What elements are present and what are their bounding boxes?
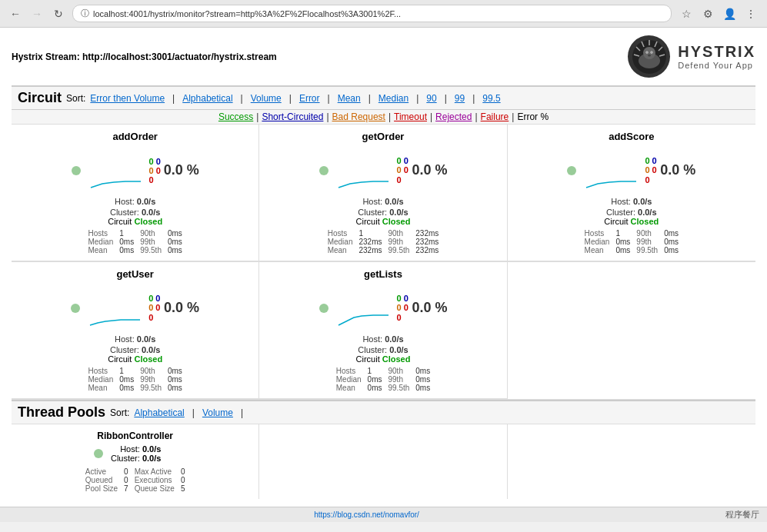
get-order-counts-and-pct: 0 0 0 0 0 0 0.0 % bbox=[397, 156, 448, 185]
thread-empty-1 bbox=[259, 424, 507, 499]
thread-sort-volume[interactable]: Volume bbox=[202, 407, 233, 418]
sort-mean[interactable]: Mean bbox=[338, 93, 361, 104]
url-bar[interactable]: ⓘ localhost:4001/hystrix/monitor?stream=… bbox=[72, 5, 672, 22]
add-order-counts-and-pct: 0 0 0 0 0 0 0.0 % bbox=[149, 157, 199, 185]
svg-rect-16 bbox=[335, 145, 392, 195]
thread-ribbon-component: RibbonController Host: 0.0/s Cluster: 0.… bbox=[18, 431, 252, 493]
sort-error[interactable]: Error bbox=[299, 93, 320, 104]
status-timeout[interactable]: Timeout bbox=[394, 111, 427, 122]
status-short-circuited[interactable]: Short-Circuited bbox=[262, 111, 323, 122]
svg-point-14 bbox=[648, 54, 651, 56]
lock-icon: ⓘ bbox=[81, 8, 89, 19]
sort-99[interactable]: 99 bbox=[455, 93, 465, 104]
add-score-cluster-rate: Cluster: 0.0/s bbox=[606, 208, 656, 217]
status-success[interactable]: Success bbox=[218, 111, 253, 122]
watermark: 程序餐厅 bbox=[725, 509, 759, 520]
circuit-get-lists: getLists 0 bbox=[259, 262, 507, 399]
add-order-chart-container bbox=[87, 145, 145, 195]
get-order-cluster-rate: Cluster: 0.0/s bbox=[358, 208, 408, 217]
circuit-add-order-top: 0 0 0 0 0 0 0.0 % bbox=[18, 145, 252, 195]
add-order-chart bbox=[87, 145, 145, 195]
circuit-add-order-component: addOrder 0 bbox=[18, 131, 252, 254]
thread-ribbon-controller: RibbonController Host: 0.0/s Cluster: 0.… bbox=[12, 424, 259, 499]
circuit-section-header: Circuit Sort: Error then Volume | Alphab… bbox=[12, 85, 755, 110]
circuit-add-order-name: addOrder bbox=[112, 131, 158, 142]
get-order-count-row-3: 0 0 bbox=[397, 175, 409, 185]
get-user-cluster-rate: Cluster: 0.0/s bbox=[110, 345, 160, 354]
add-order-count-row-2: 0 0 bbox=[149, 166, 161, 175]
add-order-stats-vals1: 1 0ms 0ms bbox=[119, 229, 134, 254]
get-lists-indicator bbox=[319, 304, 328, 313]
hystrix-brand-name: HYSTRIX bbox=[678, 43, 755, 61]
extension-button[interactable]: ⚙ bbox=[699, 5, 716, 22]
sort-90[interactable]: 90 bbox=[426, 93, 436, 104]
status-bad-request[interactable]: Bad Request bbox=[332, 111, 385, 122]
get-order-count-row-2: 0 0 bbox=[397, 165, 409, 175]
circuit-get-user-component: getUser 0 bbox=[18, 268, 252, 392]
browser-actions: ☆ ⚙ 👤 ⋮ bbox=[678, 5, 759, 22]
add-order-count-row-3: 0 0 bbox=[149, 175, 161, 185]
circuit-add-order: addOrder 0 bbox=[12, 125, 259, 261]
circuit-get-user-name: getUser bbox=[116, 268, 153, 280]
reload-button[interactable]: ↻ bbox=[51, 6, 66, 22]
add-order-stats-pcts: 90th 99th 99.5th bbox=[140, 229, 162, 254]
thread-ribbon-name: RibbonController bbox=[97, 431, 173, 441]
circuit-get-order-name: getOrder bbox=[362, 131, 405, 142]
menu-button[interactable]: ⋮ bbox=[742, 5, 759, 22]
add-score-host-rate: Host: 0.0/s bbox=[611, 197, 652, 206]
get-order-chart-container bbox=[335, 145, 392, 195]
svg-rect-19 bbox=[335, 283, 392, 333]
browser-chrome: ← → ↻ ⓘ localhost:4001/hystrix/monitor?s… bbox=[0, 0, 767, 28]
status-failure[interactable]: Failure bbox=[481, 111, 509, 122]
circuit-get-order: getOrder 0 bbox=[259, 125, 507, 261]
status-error-pct: Error % bbox=[517, 111, 549, 122]
back-button[interactable]: ← bbox=[8, 6, 23, 22]
get-order-indicator bbox=[319, 166, 328, 175]
sort-volume[interactable]: Volume bbox=[251, 93, 282, 104]
page-title-text: Hystrix Stream: http://localhost:3001/ac… bbox=[12, 52, 277, 62]
circuit-title: Circuit bbox=[18, 90, 62, 106]
thread-header: Thread Pools Sort: Alphabetical | Volume… bbox=[12, 401, 755, 424]
sort-error-then-volume[interactable]: Error then Volume bbox=[90, 93, 165, 104]
get-user-circuit-status: Circuit Closed bbox=[108, 354, 162, 364]
circuit-add-score: addScore 0 bbox=[508, 125, 755, 261]
add-order-count-row-1: 0 0 bbox=[149, 157, 161, 166]
circuit-get-user-top: 0 0 0 0 0 0 0.0 % bbox=[18, 283, 252, 333]
circuit-row-2: getUser 0 bbox=[12, 262, 755, 400]
add-score-stats: Hosts Median Mean 1 0ms 0ms 90th 99th 99… bbox=[514, 229, 749, 254]
page-header: Hystrix Stream: http://localhost:3001/ac… bbox=[12, 35, 755, 85]
add-order-stats: Hosts Median Mean 1 0ms 0ms 90th 99th 99… bbox=[18, 229, 252, 254]
get-user-counts: 0 0 0 0 0 0 bbox=[148, 294, 161, 323]
profile-button[interactable]: 👤 bbox=[721, 5, 738, 22]
forward-button[interactable]: → bbox=[29, 6, 45, 22]
circuit-get-order-top: 0 0 0 0 0 0 0.0 % bbox=[265, 145, 500, 195]
add-score-counts-and-pct: 0 0 0 0 0 0 0.0 % bbox=[645, 156, 695, 185]
circuit-add-score-component: addScore 0 bbox=[514, 131, 749, 254]
thread-ribbon-top: Host: 0.0/s Cluster: 0.0/s bbox=[18, 444, 252, 463]
status-row: Success | Short-Circuited | Bad Request … bbox=[12, 110, 755, 125]
circuit-get-user: getUser 0 bbox=[12, 262, 259, 399]
get-lists-chart bbox=[335, 283, 392, 333]
add-order-stats-labels: Hosts Median Mean bbox=[88, 229, 113, 254]
status-rejected[interactable]: Rejected bbox=[435, 111, 472, 122]
sort-99-5[interactable]: 99.5 bbox=[482, 93, 500, 104]
svg-rect-15 bbox=[87, 145, 145, 195]
sort-label: Sort: bbox=[66, 93, 85, 104]
add-order-percentage: 0.0 % bbox=[164, 162, 199, 178]
add-score-chart bbox=[582, 145, 640, 195]
ribbon-stats: Active Queued Pool Size 0 0 7 Max Active… bbox=[85, 467, 185, 493]
thread-sort-alphabetical[interactable]: Alphabetical bbox=[134, 407, 184, 418]
svg-point-12 bbox=[646, 52, 647, 52]
circuit-row-1: addOrder 0 bbox=[12, 125, 755, 262]
bottom-url: https://blog.csdn.net/nomavfor/ bbox=[314, 510, 419, 519]
sort-median[interactable]: Median bbox=[378, 93, 409, 104]
bookmark-button[interactable]: ☆ bbox=[678, 5, 695, 22]
get-user-indicator bbox=[71, 304, 80, 313]
circuit-get-lists-top: 0 0 0 0 0 0 0.0 % bbox=[265, 283, 500, 333]
get-user-counts-and-pct: 0 0 0 0 0 0 0.0 % bbox=[148, 294, 199, 323]
page-content: Hystrix Stream: http://localhost:3001/ac… bbox=[0, 28, 767, 507]
get-order-chart bbox=[335, 145, 392, 195]
get-lists-host-rate: Host: 0.0/s bbox=[362, 334, 403, 344]
sort-alphabetical[interactable]: Alphabetical bbox=[182, 93, 232, 104]
url-text: localhost:4001/hystrix/monitor?stream=ht… bbox=[93, 9, 401, 18]
